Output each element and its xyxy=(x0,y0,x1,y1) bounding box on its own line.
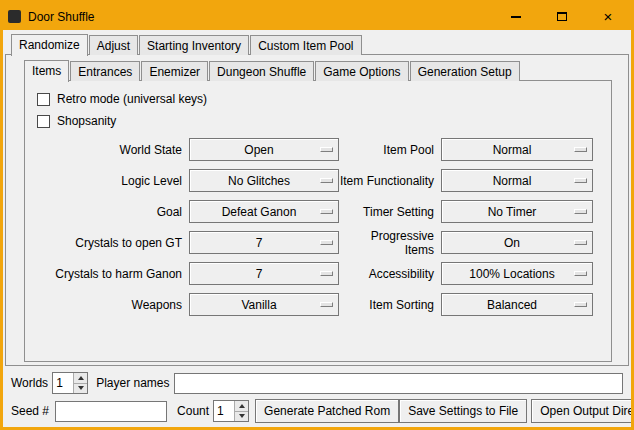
worlds-label: Worlds xyxy=(11,376,48,390)
inner-tabbar: Items Entrances Enemizer Dungeon Shuffle… xyxy=(24,59,521,81)
crystals-harm-ganon-label: Crystals to harm Ganon xyxy=(27,267,189,281)
crystals-open-gt-value: 7 xyxy=(256,236,273,250)
weapons-value: Vanilla xyxy=(241,298,286,312)
count-spin-arrows xyxy=(234,401,248,421)
dropdown-indicator-icon xyxy=(574,240,587,245)
tab-randomize[interactable]: Randomize xyxy=(11,34,88,56)
item-pool-label: Item Pool xyxy=(339,143,441,157)
worlds-spin-down-button[interactable] xyxy=(73,383,87,394)
retro-mode-checkbox[interactable]: Retro mode (universal keys) xyxy=(37,88,611,110)
count-spinner[interactable] xyxy=(213,400,249,422)
world-state-value: Open xyxy=(244,143,283,157)
seed-label: Seed # xyxy=(11,404,49,418)
world-state-label: World State xyxy=(27,143,189,157)
seed-row: Seed # Count Generate Patched Rom Save S… xyxy=(11,399,623,423)
timer-setting-value: No Timer xyxy=(488,205,547,219)
door-shuffle-window: Door Shuffle × Randomize Adjust Starting… xyxy=(0,0,634,430)
world-state-dropdown[interactable]: Open xyxy=(189,138,339,161)
arrow-up-icon xyxy=(78,376,84,380)
weapons-dropdown[interactable]: Vanilla xyxy=(189,293,339,316)
arrow-up-icon xyxy=(239,404,245,408)
minimize-icon xyxy=(511,16,521,18)
generate-patched-rom-button[interactable]: Generate Patched Rom xyxy=(255,399,399,423)
save-settings-button[interactable]: Save Settings to File xyxy=(399,399,527,423)
tab-game-options[interactable]: Game Options xyxy=(315,61,408,81)
window-title: Door Shuffle xyxy=(28,10,95,24)
dropdown-indicator-icon xyxy=(574,271,587,276)
tab-starting-inventory[interactable]: Starting Inventory xyxy=(139,35,249,55)
dropdown-indicator-icon xyxy=(320,271,333,276)
tab-adjust[interactable]: Adjust xyxy=(89,35,138,55)
item-pool-value: Normal xyxy=(493,143,542,157)
goal-value: Defeat Ganon xyxy=(222,205,307,219)
accessibility-dropdown[interactable]: 100% Locations xyxy=(441,262,593,285)
shopsanity-checkbox[interactable]: Shopsanity xyxy=(37,110,611,132)
worlds-spin-arrows xyxy=(73,373,87,393)
progressive-items-value: On xyxy=(504,236,530,250)
crystals-open-gt-dropdown[interactable]: 7 xyxy=(189,231,339,254)
worlds-spinner[interactable] xyxy=(52,372,88,394)
progressive-items-dropdown[interactable]: On xyxy=(441,231,593,254)
count-spin-down-button[interactable] xyxy=(234,411,248,422)
settings-grid: World State Open Item Pool Normal Logic … xyxy=(27,134,611,320)
items-pane: Retro mode (universal keys) Shopsanity W… xyxy=(24,80,612,362)
shopsanity-label: Shopsanity xyxy=(57,114,116,128)
worlds-spin-up-button[interactable] xyxy=(73,373,87,383)
dropdown-indicator-icon xyxy=(574,209,587,214)
tab-enemizer[interactable]: Enemizer xyxy=(141,61,208,81)
worlds-input[interactable] xyxy=(53,373,73,393)
dropdown-indicator-icon xyxy=(320,147,333,152)
logic-level-value: No Glitches xyxy=(228,174,300,188)
logic-level-dropdown[interactable]: No Glitches xyxy=(189,169,339,192)
item-sorting-value: Balanced xyxy=(487,298,547,312)
goal-label: Goal xyxy=(27,205,189,219)
minimize-button[interactable] xyxy=(493,3,539,30)
logic-level-label: Logic Level xyxy=(27,174,189,188)
item-functionality-dropdown[interactable]: Normal xyxy=(441,169,593,192)
item-sorting-label: Item Sorting xyxy=(339,298,441,312)
crystals-harm-ganon-value: 7 xyxy=(256,267,273,281)
seed-input[interactable] xyxy=(55,401,167,422)
dropdown-indicator-icon xyxy=(574,147,587,152)
maximize-button[interactable] xyxy=(539,3,585,30)
checkbox-icon xyxy=(37,93,50,106)
tab-dungeon-shuffle[interactable]: Dungeon Shuffle xyxy=(209,61,314,81)
tab-generation-setup[interactable]: Generation Setup xyxy=(410,61,520,81)
dropdown-indicator-icon xyxy=(320,209,333,214)
tab-entrances[interactable]: Entrances xyxy=(70,61,140,81)
window-controls: × xyxy=(493,3,631,30)
worlds-row: Worlds Player names xyxy=(11,372,623,394)
crystals-open-gt-label: Crystals to open GT xyxy=(27,236,189,250)
dropdown-indicator-icon xyxy=(320,178,333,183)
timer-setting-label: Timer Setting xyxy=(339,205,441,219)
player-names-input[interactable] xyxy=(174,373,624,394)
progressive-items-label: Progressive Items xyxy=(339,229,441,257)
tab-items[interactable]: Items xyxy=(24,60,69,82)
arrow-down-icon xyxy=(78,386,84,390)
close-button[interactable]: × xyxy=(585,3,631,30)
dropdown-indicator-icon xyxy=(320,240,333,245)
app-icon xyxy=(8,10,21,23)
count-spin-up-button[interactable] xyxy=(234,401,248,411)
dropdown-indicator-icon xyxy=(574,178,587,183)
item-functionality-value: Normal xyxy=(493,174,542,188)
close-icon: × xyxy=(604,9,613,24)
timer-setting-dropdown[interactable]: No Timer xyxy=(441,200,593,223)
outer-tabbar: Randomize Adjust Starting Inventory Cust… xyxy=(11,33,363,55)
tab-custom-item-pool[interactable]: Custom Item Pool xyxy=(250,35,361,55)
accessibility-value: 100% Locations xyxy=(469,267,564,281)
dropdown-indicator-icon xyxy=(574,302,587,307)
weapons-label: Weapons xyxy=(27,298,189,312)
item-pool-dropdown[interactable]: Normal xyxy=(441,138,593,161)
randomize-pane: Items Entrances Enemizer Dungeon Shuffle… xyxy=(5,54,629,366)
item-sorting-dropdown[interactable]: Balanced xyxy=(441,293,593,316)
titlebar[interactable]: Door Shuffle × xyxy=(3,3,631,30)
goal-dropdown[interactable]: Defeat Ganon xyxy=(189,200,339,223)
maximize-icon xyxy=(557,12,567,21)
accessibility-label: Accessibility xyxy=(339,267,441,281)
crystals-harm-ganon-dropdown[interactable]: 7 xyxy=(189,262,339,285)
open-output-directory-button[interactable]: Open Output Directory xyxy=(531,399,634,423)
count-label: Count xyxy=(177,404,209,418)
item-functionality-label: Item Functionality xyxy=(339,174,441,188)
count-input[interactable] xyxy=(214,401,234,421)
